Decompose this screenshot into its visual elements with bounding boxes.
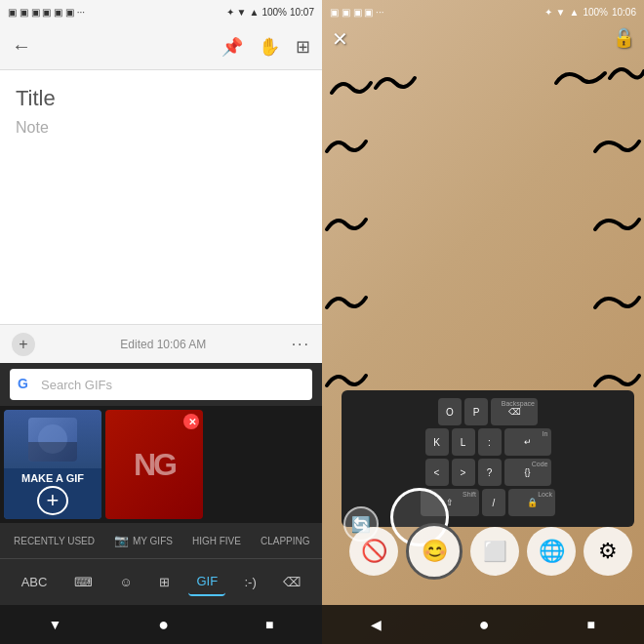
grid-icon[interactable]: ⊞: [296, 36, 310, 58]
key-colon[interactable]: :: [478, 428, 502, 456]
note-area[interactable]: Title Note: [0, 70, 322, 324]
status-right-right-icons: ✦ ▼ ▲ 100% 10:06: [544, 7, 636, 18]
mask-sticker-icon: ⬜: [483, 540, 507, 563]
make-gif-text: MAKE A GIF: [21, 472, 84, 485]
kb-keyboard[interactable]: ⌨: [66, 569, 101, 595]
gif-close-icon[interactable]: ✕: [183, 414, 199, 429]
gif-search-input[interactable]: G Search GIFs: [10, 369, 312, 400]
wifi-icon: ▼: [237, 7, 247, 18]
toolbar-left: ← 📌 ✋ ⊞: [0, 23, 322, 70]
status-bar-right: ▣ ▣ ▣ ▣ ··· ✦ ▼ ▲ 100% 10:06: [322, 0, 644, 23]
status-left-icons: ▣ ▣ ▣ ▣ ▣ ▣ ···: [8, 7, 85, 18]
kb-abc[interactable]: ABC: [14, 569, 56, 595]
kb-grid[interactable]: ⊞: [151, 569, 178, 595]
key-slash[interactable]: /: [482, 489, 505, 516]
face-sticker-icon: 😊: [422, 539, 448, 564]
battery-right: 100%: [583, 7, 608, 18]
no-sticker-icon: 🚫: [361, 539, 387, 564]
nav-back-left[interactable]: ▼: [48, 617, 61, 632]
sticker-globe[interactable]: 🌐: [527, 527, 576, 576]
status-icons-r: ▣ ▣ ▣ ▣ ···: [330, 7, 383, 18]
gif-red-text: NG: [134, 447, 175, 483]
bluetooth-icon: ✦: [226, 7, 234, 18]
sticker-bar: 🚫 😊 ⬜ 🌐 ⚙: [322, 517, 644, 585]
close-button-right[interactable]: ✕: [332, 27, 348, 51]
kb-gif[interactable]: GIF: [188, 568, 225, 596]
key-lock[interactable]: Lock 🔒: [508, 489, 555, 516]
globe-sticker-icon: 🌐: [539, 539, 565, 564]
make-gif-button[interactable]: MAKE A GIF +: [4, 410, 101, 519]
nav-home-right[interactable]: ●: [479, 615, 490, 635]
gif-tabs: RECENTLY USED 📷 MY GIFS HIGH FIVE CLAPPI…: [0, 523, 322, 558]
hand-icon[interactable]: ✋: [259, 36, 280, 58]
note-title[interactable]: Title: [16, 86, 306, 111]
key-p[interactable]: P: [464, 398, 488, 425]
signal-r-icon: ▲: [569, 7, 579, 18]
time-left: 10:07: [290, 7, 314, 18]
tab-my-gifs[interactable]: 📷 MY GIFS: [104, 523, 182, 558]
keyboard-overlay: O P Backspace ⌫ K L : In ↵ < > ? Code {}: [342, 390, 634, 527]
signal-icon: ▲: [249, 7, 259, 18]
tab-high-five[interactable]: HIGH FIVE: [182, 523, 251, 558]
make-gif-plus-icon: +: [37, 486, 68, 515]
left-panel: ▣ ▣ ▣ ▣ ▣ ▣ ··· ✦ ▼ ▲ 100% 10:07 ← 📌 ✋ ⊞…: [0, 0, 322, 644]
gear-sticker-icon: ⚙: [598, 539, 618, 564]
unlock-icon[interactable]: 🔓: [613, 27, 634, 49]
key-gt[interactable]: >: [452, 459, 475, 486]
edited-text: Edited 10:06 AM: [120, 338, 206, 351]
key-enter[interactable]: In ↵: [504, 428, 551, 456]
key-backspace[interactable]: Backspace ⌫: [491, 398, 538, 425]
wifi-r-icon: ▼: [556, 7, 566, 18]
sticker-no[interactable]: 🚫: [349, 527, 398, 576]
sticker-face[interactable]: 😊: [406, 523, 463, 580]
close-icon: ✕: [332, 28, 348, 50]
sticker-gear[interactable]: ⚙: [584, 527, 632, 576]
note-body[interactable]: Note: [16, 119, 306, 137]
pin-icon[interactable]: 📌: [221, 36, 243, 58]
nav-recents-right[interactable]: ■: [587, 617, 595, 632]
gif-grid: MAKE A GIF + NG ✕: [0, 406, 322, 523]
key-k[interactable]: K: [425, 428, 449, 456]
toolbar-icons: 📌 ✋ ⊞: [221, 36, 310, 58]
battery-left: 100%: [262, 7, 287, 18]
key-lt[interactable]: <: [425, 459, 449, 486]
gif-search-bar: G Search GIFs: [0, 363, 322, 406]
gif-item-red[interactable]: NG ✕: [105, 410, 203, 519]
nav-recents-left[interactable]: ■: [265, 617, 273, 632]
status-right-left-icons: ▣ ▣ ▣ ▣ ···: [330, 7, 383, 18]
key-row-2: K L : In ↵: [349, 428, 626, 456]
nav-bar-left: ▼ ● ■: [0, 605, 322, 644]
key-o[interactable]: O: [438, 398, 462, 425]
back-button[interactable]: ←: [12, 35, 31, 58]
key-l[interactable]: L: [452, 428, 475, 456]
note-footer: + Edited 10:06 AM ···: [0, 324, 322, 363]
nav-bar-right: ◀ ● ■: [322, 605, 644, 644]
nav-home-left[interactable]: ●: [158, 615, 169, 635]
sticker-mask[interactable]: ⬜: [470, 527, 519, 576]
google-g-icon: G: [18, 376, 35, 393]
key-row-3: < > ? Code {}: [349, 459, 626, 486]
key-code[interactable]: Code {}: [504, 459, 551, 486]
right-panel: ▣ ▣ ▣ ▣ ··· ✦ ▼ ▲ 100% 10:06 ✕ 🔓: [322, 0, 644, 644]
kb-sticker[interactable]: :-): [237, 569, 264, 595]
add-button[interactable]: +: [12, 333, 35, 356]
status-right-icons: ✦ ▼ ▲ 100% 10:07: [226, 7, 314, 18]
time-right: 10:06: [612, 7, 636, 18]
bluetooth-r-icon: ✦: [544, 7, 552, 18]
tab-recently-used[interactable]: RECENTLY USED: [4, 523, 104, 558]
gif-search-placeholder: Search GIFs: [41, 378, 112, 392]
key-question[interactable]: ?: [478, 459, 502, 486]
kb-backspace[interactable]: ⌫: [275, 569, 308, 595]
nav-back-right[interactable]: ◀: [371, 617, 382, 632]
kb-emoji[interactable]: ☺: [111, 569, 140, 595]
more-button[interactable]: ···: [292, 336, 310, 353]
tab-clapping[interactable]: CLAPPING: [251, 523, 320, 558]
key-row-1: O P Backspace ⌫: [349, 398, 626, 425]
keyboard-bottom: ABC ⌨ ☺ ⊞ GIF :-) ⌫: [0, 558, 322, 605]
status-bar-left: ▣ ▣ ▣ ▣ ▣ ▣ ··· ✦ ▼ ▲ 100% 10:07: [0, 0, 322, 23]
